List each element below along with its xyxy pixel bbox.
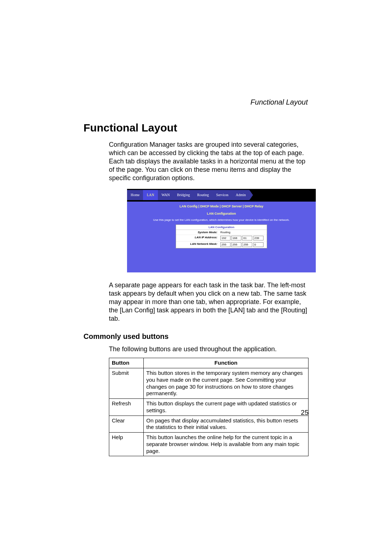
subsection-title: Commonly used buttons xyxy=(83,332,309,341)
button-function-cell: This button launches the online help for… xyxy=(144,433,309,456)
subsection-content: The following buttons are used throughou… xyxy=(109,345,309,456)
screenshot-submenu: LAN Config | DHCP Mode | DHCP Server | D… xyxy=(179,204,263,208)
page-number: 25 xyxy=(301,409,309,417)
screenshot-field-value xyxy=(219,242,267,248)
screenshot-form-title: LAN Configuration xyxy=(176,225,267,230)
screenshot-tab-home: Home xyxy=(127,190,143,200)
ip-octet xyxy=(220,242,230,247)
button-name-cell: Clear xyxy=(109,416,144,433)
button-function-cell: This button stores in the temporary syst… xyxy=(144,368,309,399)
table-header-row: Button Function xyxy=(109,358,309,368)
subsection-intro: The following buttons are used throughou… xyxy=(109,345,309,353)
table-row: Help This button launches the online hel… xyxy=(109,433,309,456)
screenshot-tab-lan: LAN xyxy=(143,190,158,200)
screenshot-tab-admin: Admin xyxy=(232,190,249,200)
table-row: Submit This button stores in the tempora… xyxy=(109,368,309,399)
screenshot-form-row: LAN Network Mask: xyxy=(176,242,267,248)
table-row: Refresh This button displays the current… xyxy=(109,399,309,416)
screenshot-field-label: LAN Network Mask: xyxy=(176,242,219,248)
running-header: Functional Layout xyxy=(83,98,309,106)
screenshot-description: Use this page to set the LAN configurati… xyxy=(153,218,290,222)
button-function-cell: On pages that display accumulated statis… xyxy=(144,416,309,433)
document-page: Functional Layout Functional Layout Conf… xyxy=(0,0,392,456)
intro-paragraph-2: A separate page appears for each task in… xyxy=(109,281,309,323)
embedded-screenshot: Home LAN WAN Bridging Routing Services A… xyxy=(127,189,316,272)
ip-octet xyxy=(253,236,264,240)
table-header-function: Function xyxy=(144,358,309,368)
button-name-cell: Refresh xyxy=(109,399,144,416)
screenshot-field-value xyxy=(219,235,267,241)
screenshot-field-label: LAN IP Address: xyxy=(176,235,219,241)
ip-octet xyxy=(253,242,264,247)
page-title: Functional Layout xyxy=(83,122,309,134)
table-row: Clear On pages that display accumulated … xyxy=(109,416,309,433)
ip-octet xyxy=(220,236,230,240)
screenshot-tab-services: Services xyxy=(213,190,232,200)
screenshot-form-row: System Mode: Routing xyxy=(176,230,267,235)
button-name-cell: Submit xyxy=(109,368,144,399)
screenshot-form: LAN Configuration System Mode: Routing L… xyxy=(176,224,267,248)
buttons-table: Button Function Submit This button store… xyxy=(109,358,309,456)
screenshot-field-label: System Mode: xyxy=(176,230,219,235)
button-name-cell: Help xyxy=(109,433,144,456)
screenshot-form-row: LAN IP Address: xyxy=(176,235,267,242)
table-header-button: Button xyxy=(109,358,144,368)
intro-paragraph-1: Configuration Manager tasks are grouped … xyxy=(109,141,309,182)
screenshot-heading: LAN Configuration xyxy=(207,212,236,215)
ip-octet xyxy=(242,236,252,240)
screenshot-tab-wan: WAN xyxy=(158,190,173,200)
screenshot-tab-routing: Routing xyxy=(193,190,212,200)
ip-octet xyxy=(231,236,241,240)
ip-octet xyxy=(242,242,252,247)
screenshot-field-value: Routing xyxy=(219,230,267,235)
ip-octet xyxy=(231,242,241,247)
screenshot-tabs: Home LAN WAN Bridging Routing Services A… xyxy=(127,189,316,202)
content-block: Configuration Manager tasks are grouped … xyxy=(109,141,309,323)
screenshot-body: LAN Config | DHCP Mode | DHCP Server | D… xyxy=(127,202,316,272)
button-function-cell: This button displays the current page wi… xyxy=(144,399,309,416)
screenshot-tab-bridging: Bridging xyxy=(173,190,194,200)
